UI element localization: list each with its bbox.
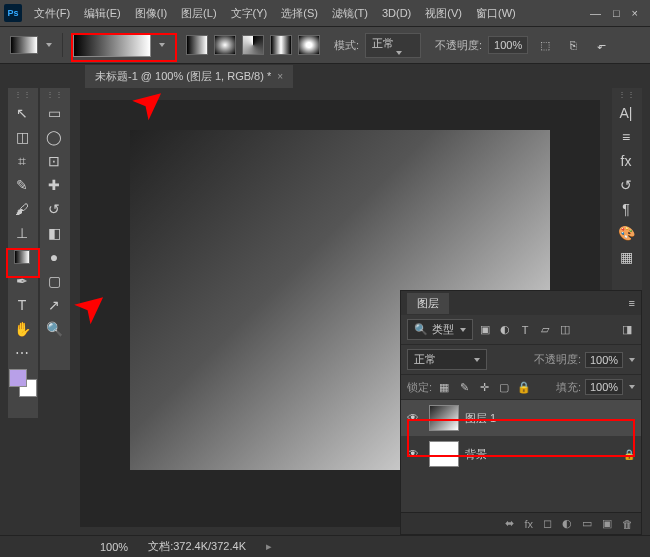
- filter-smart-icon[interactable]: ◫: [557, 322, 573, 338]
- gradient-radial-icon[interactable]: [214, 35, 236, 55]
- lock-artboard-icon[interactable]: ▢: [496, 379, 512, 395]
- visibility-toggle-icon[interactable]: 👁: [407, 447, 423, 461]
- history-brush-icon[interactable]: ↺: [40, 197, 68, 221]
- blend-mode-select[interactable]: 正常: [407, 349, 487, 370]
- gradient-reflected-icon[interactable]: [270, 35, 292, 55]
- document-info[interactable]: 文档:372.4K/372.4K: [148, 539, 246, 554]
- chevron-down-icon: [46, 43, 52, 47]
- menu-layer[interactable]: 图层(L): [175, 3, 222, 24]
- panel-grip-icon[interactable]: ⋮⋮: [8, 88, 38, 101]
- filter-pixel-icon[interactable]: ▣: [477, 322, 493, 338]
- eyedropper-tool-icon[interactable]: ✎: [8, 173, 36, 197]
- gradient-tool-icon[interactable]: [8, 245, 36, 269]
- foreground-color-swatch[interactable]: [9, 369, 27, 387]
- window-minimize-icon[interactable]: —: [590, 7, 601, 19]
- menu-window[interactable]: 窗口(W): [470, 3, 522, 24]
- layer-name[interactable]: 背景: [465, 447, 487, 462]
- more-tools-icon[interactable]: ⋯: [8, 341, 36, 365]
- lock-position-icon[interactable]: ✛: [476, 379, 492, 395]
- menu-file[interactable]: 文件(F): [28, 3, 76, 24]
- filter-shape-icon[interactable]: ▱: [537, 322, 553, 338]
- layers-panel: 图层 ≡ 🔍类型 ▣ ◐ T ▱ ◫ ◨ 正常 不透明度: 100% 锁定: ▦…: [400, 290, 642, 535]
- menu-edit[interactable]: 编辑(E): [78, 3, 127, 24]
- path-tool-icon[interactable]: ↗: [40, 293, 68, 317]
- pen-tool-icon[interactable]: ✒: [8, 269, 36, 293]
- reverse-icon[interactable]: ⬚: [534, 35, 556, 55]
- character-panel-icon[interactable]: A|: [612, 101, 640, 125]
- layer-row[interactable]: 👁 图层 1: [401, 400, 641, 436]
- chevron-down-icon[interactable]: [629, 358, 635, 362]
- tool-preset-picker[interactable]: [10, 36, 38, 54]
- fill-input[interactable]: 100%: [585, 379, 623, 395]
- chevron-down-icon[interactable]: [159, 43, 165, 47]
- swatches-panel-icon[interactable]: ▦: [612, 245, 640, 269]
- stamp-tool-icon[interactable]: ⊥: [8, 221, 36, 245]
- lasso-tool-icon[interactable]: ◯: [40, 125, 68, 149]
- history-panel-icon[interactable]: ↺: [612, 173, 640, 197]
- window-close-icon[interactable]: ×: [632, 7, 638, 19]
- layers-panel-tabs: 图层 ≡: [401, 291, 641, 315]
- document-tab[interactable]: 未标题-1 @ 100% (图层 1, RGB/8) * ×: [85, 65, 293, 88]
- panel-grip-icon[interactable]: ⋮⋮: [612, 88, 642, 101]
- color-panel-icon[interactable]: 🎨: [612, 221, 640, 245]
- panel-grip-icon[interactable]: ⋮⋮: [40, 88, 70, 101]
- shape-tool-icon[interactable]: ▢: [40, 269, 68, 293]
- layer-opacity-input[interactable]: 100%: [585, 352, 623, 368]
- link-layers-icon[interactable]: ⬌: [505, 517, 514, 530]
- adjustment-layer-icon[interactable]: ◐: [562, 517, 572, 530]
- transparency-icon[interactable]: ⬐: [590, 35, 612, 55]
- zoom-tool-icon[interactable]: 🔍: [40, 317, 68, 341]
- move-tool-icon[interactable]: ↖: [8, 101, 36, 125]
- healing-tool-icon[interactable]: ✚: [40, 173, 68, 197]
- layer-style-icon[interactable]: fx: [524, 518, 533, 530]
- layer-thumbnail[interactable]: [429, 441, 459, 467]
- styles-panel-icon[interactable]: fx: [612, 149, 640, 173]
- menu-type[interactable]: 文字(Y): [225, 3, 274, 24]
- menu-image[interactable]: 图像(I): [129, 3, 173, 24]
- layer-filter-select[interactable]: 🔍类型: [407, 319, 473, 340]
- visibility-toggle-icon[interactable]: 👁: [407, 411, 423, 425]
- new-layer-icon[interactable]: ▣: [602, 517, 612, 530]
- layer-row[interactable]: 👁 背景 🔒: [401, 436, 641, 472]
- zoom-level[interactable]: 100%: [100, 541, 128, 553]
- marquee-tool-icon[interactable]: ▭: [40, 101, 68, 125]
- brush-tool-icon[interactable]: 🖌: [8, 197, 36, 221]
- filter-type-icon[interactable]: T: [517, 322, 533, 338]
- tab-layers[interactable]: 图层: [407, 293, 449, 314]
- paragraph-panel-icon[interactable]: ≡: [612, 125, 640, 149]
- lock-transparent-icon[interactable]: ▦: [436, 379, 452, 395]
- gradient-linear-icon[interactable]: [186, 35, 208, 55]
- menu-view[interactable]: 视图(V): [419, 3, 468, 24]
- type-tool-icon[interactable]: T: [8, 293, 36, 317]
- dither-icon[interactable]: ⎘: [562, 35, 584, 55]
- artboard-tool-icon[interactable]: ◫: [8, 125, 36, 149]
- gradient-diamond-icon[interactable]: [298, 35, 320, 55]
- delete-layer-icon[interactable]: 🗑: [622, 518, 633, 530]
- layer-thumbnail[interactable]: [429, 405, 459, 431]
- panel-menu-icon[interactable]: ≡: [629, 297, 635, 309]
- lock-all-icon[interactable]: 🔒: [516, 379, 532, 395]
- hand-tool-icon[interactable]: ✋: [8, 317, 36, 341]
- frame-tool-icon[interactable]: ⊡: [40, 149, 68, 173]
- filter-toggle-icon[interactable]: ◨: [619, 322, 635, 338]
- tab-close-icon[interactable]: ×: [277, 71, 283, 82]
- window-maximize-icon[interactable]: □: [613, 7, 620, 19]
- eraser-tool-icon[interactable]: ◧: [40, 221, 68, 245]
- gradient-picker[interactable]: [73, 33, 151, 57]
- dodge-tool-icon[interactable]: ●: [40, 245, 68, 269]
- lock-image-icon[interactable]: ✎: [456, 379, 472, 395]
- layer-name[interactable]: 图层 1: [465, 411, 496, 426]
- chevron-down-icon[interactable]: [629, 385, 635, 389]
- filter-adjustment-icon[interactable]: ◐: [497, 322, 513, 338]
- menu-filter[interactable]: 滤镜(T): [326, 3, 374, 24]
- menu-select[interactable]: 选择(S): [275, 3, 324, 24]
- mode-select[interactable]: 正常: [365, 33, 421, 58]
- menu-3d[interactable]: 3D(D): [376, 4, 417, 22]
- gradient-angle-icon[interactable]: [242, 35, 264, 55]
- opacity-input[interactable]: 100%: [488, 36, 528, 54]
- layer-mask-icon[interactable]: ◻: [543, 517, 552, 530]
- crop-tool-icon[interactable]: ⌗: [8, 149, 36, 173]
- foreground-background-colors[interactable]: [9, 369, 37, 397]
- glyphs-panel-icon[interactable]: ¶: [612, 197, 640, 221]
- layer-group-icon[interactable]: ▭: [582, 517, 592, 530]
